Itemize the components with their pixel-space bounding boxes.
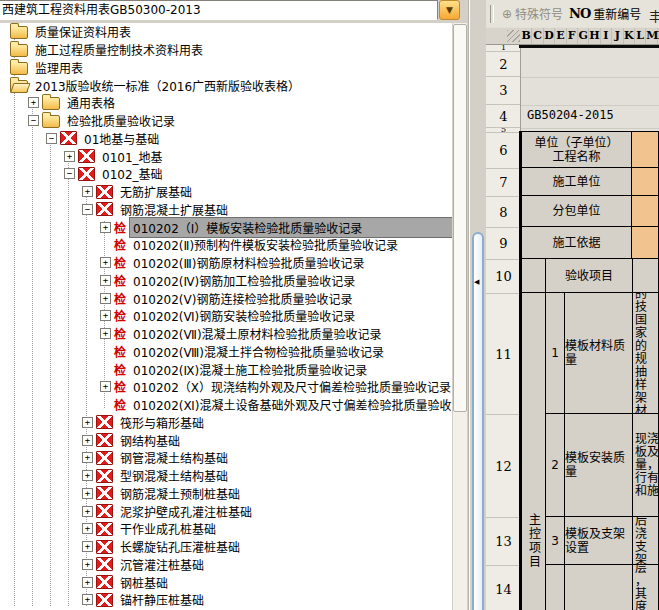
item-criteria-cell[interactable]: 现浇 板及 量， 行有 和施 xyxy=(632,413,659,517)
form-label-cell[interactable]: 单位（子单位） 工程名称 xyxy=(521,131,632,168)
expand-plus-icon[interactable]: + xyxy=(100,293,111,304)
tree-item-label[interactable]: 通用表格 xyxy=(64,93,118,112)
tree-item[interactable]: −0102_基础 xyxy=(0,165,452,183)
item-name-cell[interactable]: 模板及支架设置 xyxy=(564,516,633,565)
tree-item-label[interactable]: 010202(Ⅲ)钢筋原材料检验批质量验收记录 xyxy=(130,253,367,272)
tree-item[interactable]: +检010202（Ⅹ）现浇结构外观及尺寸偏差检验批质量验收记录 xyxy=(0,378,452,396)
tree-item-label[interactable]: 泥浆护壁成孔灌注桩基础 xyxy=(117,502,255,521)
form-empty-cell[interactable] xyxy=(521,258,546,293)
tree-item[interactable]: +沉管灌注桩基础 xyxy=(0,556,452,574)
tree-item-label[interactable]: 2013版验收统一标准（2016广西新版验收表格） xyxy=(32,76,303,95)
select-all-corner[interactable] xyxy=(486,28,521,45)
tree-item-label[interactable]: 钢筋混凝土扩展基础 xyxy=(117,200,231,219)
tree-item[interactable]: +钢筋混凝土预制桩基础 xyxy=(0,485,452,503)
splitter-handle[interactable] xyxy=(472,232,484,610)
tree-item-label[interactable]: 01地基与基础 xyxy=(81,129,162,148)
tree-item-label[interactable]: 筏形与箱形基础 xyxy=(117,413,207,432)
tree-item[interactable]: +钢结构基础 xyxy=(0,431,452,449)
row-number[interactable]: 14 xyxy=(486,566,521,610)
item-criteria-cell[interactable]: 模板 的技 国家 的规 抽样 架材 格和 xyxy=(632,292,659,414)
item-number-cell[interactable]: 3 xyxy=(545,516,565,565)
tree-item[interactable]: +检010202(Ⅶ)混凝土原材料检验批质量验收记录 xyxy=(0,325,452,343)
collapse-left-arrow-icon[interactable]: ◀ xyxy=(474,278,479,286)
row-number[interactable]: 8 xyxy=(486,197,521,228)
form-input-cell[interactable] xyxy=(631,167,659,196)
template-set-combobox[interactable]: 西建筑工程资料用表GB50300-2013 ▼ xyxy=(0,0,461,21)
column-header[interactable]: I xyxy=(601,28,612,44)
expand-plus-icon[interactable]: + xyxy=(100,310,111,321)
collapse-minus-icon[interactable]: − xyxy=(46,133,57,144)
tree-item[interactable]: +通用表格 xyxy=(0,94,452,112)
expand-plus-icon[interactable]: + xyxy=(82,435,93,446)
column-header[interactable]: C xyxy=(532,28,543,44)
form-label-cell[interactable]: 施工单位 xyxy=(521,167,632,196)
tree-item[interactable]: +筏形与箱形基础 xyxy=(0,414,452,432)
tree-item-label[interactable]: 钢筋混凝土预制桩基础 xyxy=(117,484,243,503)
column-headers[interactable]: BCDEFGHIJKLMN xyxy=(521,28,659,45)
form-input-cell[interactable] xyxy=(631,195,659,227)
scrollbar-thumb[interactable] xyxy=(453,24,467,412)
tree-item-label[interactable]: 010202(Ⅳ)钢筋加工检验批质量验收记录 xyxy=(130,271,358,290)
tree-item-label[interactable]: 钢管混凝土结构基础 xyxy=(117,448,231,467)
tree-item-label[interactable]: 干作业成孔桩基础 xyxy=(117,519,219,538)
tree-item[interactable]: +长螺旋钻孔压灌桩基础 xyxy=(0,538,452,556)
tree-item[interactable]: +检010202(Ⅳ)钢筋加工检验批质量验收记录 xyxy=(0,272,452,290)
expand-plus-icon[interactable]: + xyxy=(82,186,93,197)
tree-item[interactable]: +检010202(Ⅴ)钢筋连接检验批质量验收记录 xyxy=(0,289,452,307)
column-header[interactable]: M xyxy=(646,28,657,44)
form-empty-cell[interactable] xyxy=(632,258,659,293)
row-number-gutter[interactable]: 1234567891011121314 xyxy=(486,45,521,610)
expand-plus-icon[interactable]: + xyxy=(82,470,93,481)
tree-item[interactable]: 监理用表 xyxy=(0,59,452,77)
expand-plus-icon[interactable]: + xyxy=(82,506,93,517)
row-number[interactable]: 2 xyxy=(486,52,521,77)
tree-item[interactable]: 2013版验收统一标准（2016广西新版验收表格） xyxy=(0,76,452,94)
acceptance-items-header[interactable]: 验收项目 xyxy=(545,258,633,293)
tree-item[interactable]: +检010202(Ⅵ)钢筋安装检验批质量验收记录 xyxy=(0,307,452,325)
expand-plus-icon[interactable]: + xyxy=(64,151,75,162)
tree-item-label[interactable]: 010202(Ⅴ)钢筋连接检验批质量验收记录 xyxy=(130,289,355,308)
tree-item[interactable]: 质量保证资料用表 xyxy=(0,23,452,41)
row-number[interactable]: 4 xyxy=(486,105,521,128)
tree-item[interactable]: +钢管混凝土结构基础 xyxy=(0,449,452,467)
expand-plus-icon[interactable]: + xyxy=(82,417,93,428)
column-header[interactable]: K xyxy=(624,28,635,44)
form-label-cell[interactable]: 施工依据 xyxy=(521,226,632,259)
expand-plus-icon[interactable]: + xyxy=(100,381,111,392)
tree-item-label[interactable]: 无筋扩展基础 xyxy=(117,182,195,201)
tree-item-label[interactable]: 沉管灌注桩基础 xyxy=(117,555,207,574)
item-name-cell[interactable]: 模板材料质量 xyxy=(564,292,633,414)
tree-item[interactable]: +无筋扩展基础 xyxy=(0,183,452,201)
standard-code-text[interactable]: GB50204-2015 xyxy=(527,108,614,122)
column-header[interactable]: G xyxy=(578,28,589,44)
panel-splitter[interactable]: ◀ xyxy=(471,23,486,610)
item-number-cell[interactable]: 1 xyxy=(545,292,565,414)
item-criteria-cell[interactable]: 后浇 支架 xyxy=(632,516,659,565)
tree-item-label[interactable]: 施工过程质量控制技术资料用表 xyxy=(32,40,206,59)
tree-item-label[interactable]: 检验批质量验收记录 xyxy=(64,111,178,130)
tree-item-label[interactable]: 质量保证资料用表 xyxy=(32,23,134,41)
tree-item-label[interactable]: 010202(Ⅵ)钢筋安装检验批质量验收记录 xyxy=(130,306,358,325)
expand-plus-icon[interactable]: + xyxy=(82,594,93,605)
expand-plus-icon[interactable]: + xyxy=(100,222,111,233)
row-number[interactable]: 11 xyxy=(486,294,521,415)
row-number[interactable]: 10 xyxy=(486,260,521,294)
tree-item-label[interactable]: 010202（Ⅹ）现浇结构外观及尺寸偏差检验批质量验收记录 xyxy=(130,377,452,396)
tree-item[interactable]: +锚杆静压桩基础 xyxy=(0,591,452,609)
form-input-cell[interactable] xyxy=(631,131,659,168)
master-control-group-cell[interactable]: 主控项目 xyxy=(521,292,546,610)
column-header[interactable]: D xyxy=(544,28,555,44)
tree-item-label[interactable]: 0101_地基 xyxy=(99,147,166,166)
tree-item-label[interactable]: 型钢混凝土结构基础 xyxy=(117,466,231,485)
column-header[interactable]: J xyxy=(612,28,623,44)
row-number[interactable]: 1 xyxy=(486,45,521,52)
expand-plus-icon[interactable]: + xyxy=(82,577,93,588)
expand-plus-icon[interactable]: + xyxy=(82,541,93,552)
item-criteria-cell[interactable]: 土层 ，其 度应 xyxy=(632,564,659,610)
tree-item[interactable]: +钢桩基础 xyxy=(0,573,452,591)
tree-item-label[interactable]: 010202(Ⅸ)混凝土施工检验批质量验收记录 xyxy=(130,360,370,379)
row-number[interactable]: 3 xyxy=(486,77,521,105)
tree-item[interactable]: −检验批质量验收记录 xyxy=(0,112,452,130)
row-number[interactable]: 13 xyxy=(486,518,521,566)
expand-plus-icon[interactable]: + xyxy=(100,328,111,339)
